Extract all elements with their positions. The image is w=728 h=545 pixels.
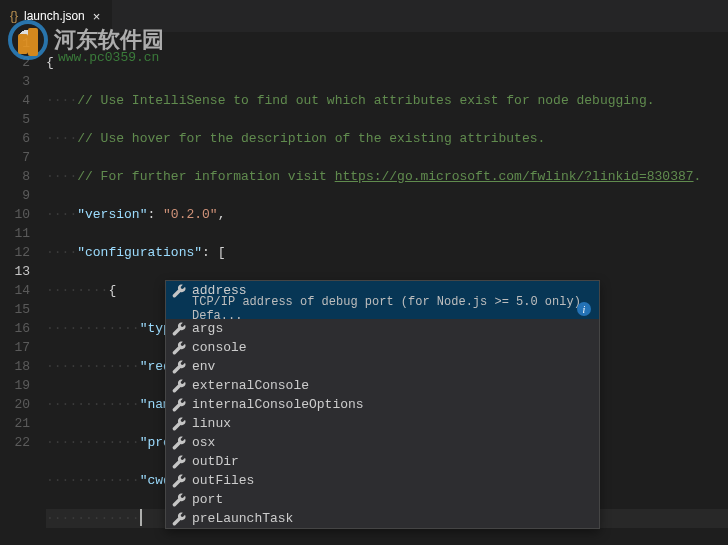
wrench-icon (172, 512, 186, 526)
suggest-item-preLaunchTask[interactable]: preLaunchTask (166, 509, 599, 528)
suggest-label: port (192, 492, 223, 507)
json-file-icon: {} (10, 9, 18, 23)
suggest-item-osx[interactable]: osx (166, 433, 599, 452)
suggest-item-console[interactable]: console (166, 338, 599, 357)
suggest-widget[interactable]: address TCP/IP address of debug port (fo… (165, 280, 600, 529)
wrench-icon (172, 398, 186, 412)
suggest-label: linux (192, 416, 231, 431)
suggest-label: outDir (192, 454, 239, 469)
wrench-icon (172, 341, 186, 355)
wrench-icon (172, 436, 186, 450)
suggest-item-internalConsoleOptions[interactable]: internalConsoleOptions (166, 395, 599, 414)
info-icon[interactable]: i (577, 302, 591, 316)
wrench-icon (172, 360, 186, 374)
suggest-label: internalConsoleOptions (192, 397, 364, 412)
tab-bar: {} launch.json × (0, 0, 728, 32)
wrench-icon (172, 474, 186, 488)
suggest-item-env[interactable]: env (166, 357, 599, 376)
suggest-item-outDir[interactable]: outDir (166, 452, 599, 471)
suggest-label: externalConsole (192, 378, 309, 393)
wrench-icon (172, 322, 186, 336)
close-icon[interactable]: × (91, 9, 103, 24)
suggest-item-outFiles[interactable]: outFiles (166, 471, 599, 490)
suggest-label: preLaunchTask (192, 511, 293, 526)
wrench-icon (172, 455, 186, 469)
wrench-icon (172, 493, 186, 507)
wrench-icon (172, 417, 186, 431)
wrench-icon (172, 284, 186, 298)
gutter: 12345678910111213141516171819202122 (0, 34, 46, 545)
suggest-item-externalConsole[interactable]: externalConsole (166, 376, 599, 395)
text-cursor (140, 509, 142, 526)
suggest-label: console (192, 340, 247, 355)
suggest-label: args (192, 321, 223, 336)
suggest-label: outFiles (192, 473, 254, 488)
tab-launch-json[interactable]: {} launch.json × (0, 0, 112, 32)
suggest-item-linux[interactable]: linux (166, 414, 599, 433)
suggest-item-port[interactable]: port (166, 490, 599, 509)
suggest-label: osx (192, 435, 215, 450)
tab-filename: launch.json (24, 9, 85, 23)
suggest-detail: TCP/IP address of debug port (for Node.j… (166, 300, 599, 319)
suggest-label: env (192, 359, 215, 374)
wrench-icon (172, 379, 186, 393)
